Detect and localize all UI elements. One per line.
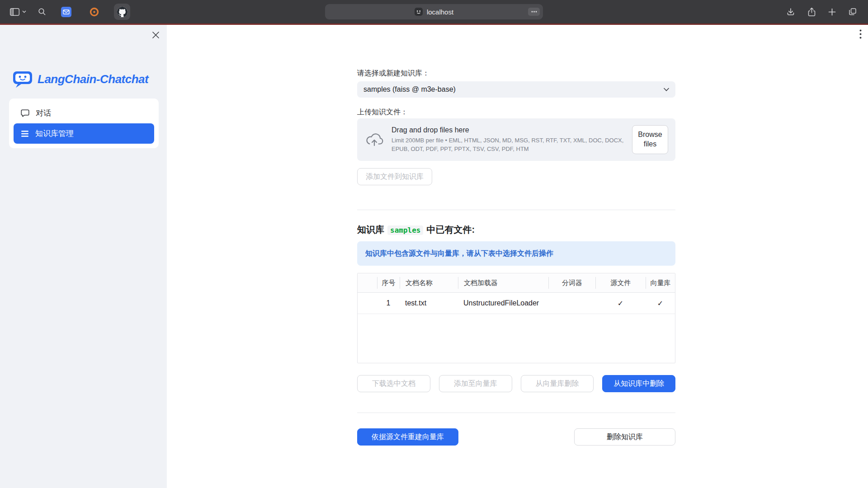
table-corner-cell: [358, 277, 377, 289]
heading-suffix: 中已有文件:: [426, 224, 475, 236]
cell-no: 1: [377, 299, 400, 307]
cell-name: test.txt: [400, 299, 458, 307]
heading-prefix: 知识库: [357, 224, 384, 236]
info-banner: 知识库中包含源文件与向量库，请从下表中选择文件后操作: [357, 241, 675, 266]
chat-bubble-icon: [20, 108, 30, 118]
url-text: localhost: [427, 8, 453, 16]
col-header-name[interactable]: 文档名称: [400, 277, 458, 289]
remove-from-vector-button[interactable]: 从向量库删除: [521, 375, 594, 392]
pinned-tab-github[interactable]: [114, 4, 130, 20]
sidebar-nav: 对话 知识库管理: [9, 99, 159, 148]
uploader-texts: Drag and drop files here Limit 200MB per…: [392, 126, 625, 153]
kb-files-heading: 知识库 samples 中已有文件:: [357, 224, 675, 236]
chevron-down-icon[interactable]: [22, 10, 26, 13]
github-icon: [117, 7, 127, 17]
delete-from-kb-button[interactable]: 从知识库中删除: [602, 375, 675, 392]
sidebar-close-icon[interactable]: [152, 31, 160, 39]
kb-selectbox-value: samples (faiss @ m3e-base): [363, 85, 456, 94]
logo-chat-bubble-icon: [12, 70, 33, 88]
logo-text: LangChain-Chatchat: [38, 72, 148, 86]
sidebar-toggle-button[interactable]: [10, 8, 19, 16]
col-header-splitter[interactable]: 分词器: [548, 277, 595, 289]
new-tab-icon[interactable]: [828, 8, 836, 16]
selectbox-chevron-icon: [663, 88, 670, 92]
kb-list-icon: [20, 129, 29, 138]
add-to-vector-button[interactable]: 添加至向量库: [439, 375, 512, 392]
streamlit-app: LangChain-Chatchat 对话: [0, 25, 868, 488]
file-action-buttons: 下载选中文档 添加至向量库 从向量库删除 从知识库中删除: [357, 375, 675, 392]
kb-select-label: 请选择或新建知识库：: [357, 69, 675, 78]
rebuild-vector-store-button[interactable]: 依据源文件重建向量库: [357, 428, 458, 446]
table-row[interactable]: 1 test.txt UnstructuredFileLoader ✓ ✓: [358, 293, 675, 314]
cell-loader: UnstructuredFileLoader: [458, 299, 548, 307]
share-icon[interactable]: [807, 7, 816, 17]
uploader-limit-text: Limit 200MB per file • EML, HTML, JSON, …: [392, 136, 625, 153]
kb-files-table: 序号 文档名称 文档加载器 分词器 源文件 向量库 1 test.txt Uns…: [357, 273, 675, 363]
pinned-tab-blue[interactable]: [58, 4, 74, 20]
search-icon[interactable]: [38, 8, 46, 16]
browser-toolbar: localhost: [0, 0, 868, 23]
ring-favicon: [89, 7, 99, 17]
col-header-no[interactable]: 序号: [377, 277, 400, 289]
delete-kb-button[interactable]: 删除知识库: [574, 428, 675, 446]
page-options-icon[interactable]: [528, 8, 540, 16]
sidebar-item-kb-management[interactable]: 知识库管理: [14, 123, 154, 144]
table-header-row: 序号 文档名称 文档加载器 分词器 源文件 向量库: [358, 273, 675, 293]
sidebar-item-label: 知识库管理: [35, 128, 74, 139]
add-files-to-kb-button[interactable]: 添加文件到知识库: [357, 168, 432, 185]
uploader-title: Drag and drop files here: [392, 126, 625, 134]
divider: [357, 413, 675, 413]
col-header-loader[interactable]: 文档加载器: [458, 277, 548, 289]
site-favicon: [415, 8, 423, 16]
app-logo: LangChain-Chatchat: [12, 70, 148, 88]
col-header-source[interactable]: 源文件: [595, 277, 646, 289]
download-selected-button[interactable]: 下载选中文档: [357, 375, 430, 392]
cloud-upload-icon: [364, 132, 384, 147]
address-bar[interactable]: localhost: [325, 4, 543, 19]
browse-files-button[interactable]: Browse files: [632, 125, 668, 154]
pinned-tab-orange[interactable]: [86, 4, 102, 20]
divider: [357, 210, 675, 210]
file-uploader-dropzone[interactable]: Drag and drop files here Limit 200MB per…: [357, 118, 675, 161]
col-header-vector[interactable]: 向量库: [646, 277, 675, 289]
kb-action-buttons: 依据源文件重建向量库 删除知识库: [357, 428, 675, 446]
upload-label: 上传知识文件：: [357, 108, 675, 117]
mail-favicon: [61, 7, 71, 17]
cell-vector-check: ✓: [646, 299, 675, 308]
kb-name-code: samples: [387, 225, 423, 235]
cell-source-check: ✓: [595, 299, 646, 308]
kb-selectbox[interactable]: samples (faiss @ m3e-base): [357, 81, 675, 98]
sidebar-item-dialogue[interactable]: 对话: [14, 103, 154, 123]
downloads-icon[interactable]: [786, 7, 795, 16]
sidebar: LangChain-Chatchat 对话: [0, 25, 167, 488]
tab-overview-icon[interactable]: [848, 7, 857, 16]
sidebar-item-label: 对话: [36, 108, 51, 118]
main-content: 请选择或新建知识库： samples (faiss @ m3e-base) 上传…: [357, 25, 675, 446]
sidebar-icon: [10, 8, 19, 16]
app-menu-icon[interactable]: [859, 29, 862, 39]
